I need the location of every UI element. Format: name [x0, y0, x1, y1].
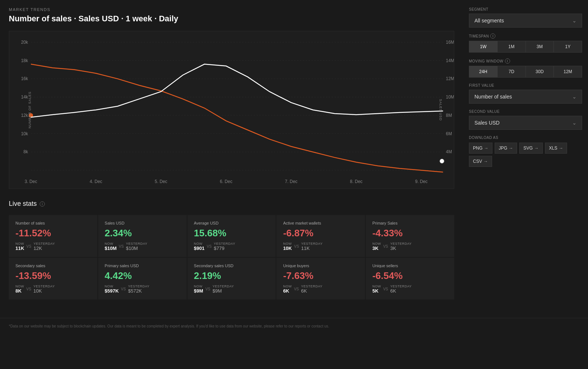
vs-text: VS: [26, 287, 31, 291]
timespan-info-icon[interactable]: i: [490, 33, 495, 39]
stat-pct: -4.33%: [372, 228, 448, 239]
first-value: Number of sales: [474, 94, 512, 100]
chevron-down-icon-first: ⌄: [572, 94, 577, 100]
stat-now-value: 11K: [15, 246, 24, 251]
download-btn-xls[interactable]: XLS→: [545, 143, 567, 154]
stat-card: Unique buyers -7.63% NOW 6K VS YESTERDAY…: [276, 258, 365, 300]
stat-card: Sales USD 2.34% NOW $10M VS YESTERDAY $1…: [98, 215, 187, 257]
footer-note: *Data on our website may be subject to b…: [0, 318, 588, 334]
live-stats-info-icon[interactable]: i: [40, 201, 45, 207]
svg-text:14M: 14M: [446, 58, 454, 63]
timespan-btn-1m[interactable]: 1M: [497, 41, 526, 53]
stat-pct: 2.19%: [194, 270, 269, 282]
stat-card: Secondary sales -13.59% NOW 8K VS YESTER…: [9, 258, 97, 300]
timespan-label: TIMESPAN i: [469, 33, 582, 39]
svg-text:16M: 16M: [446, 40, 454, 45]
stat-card: Primary Sales -4.33% NOW 3K VS YESTERDAY…: [366, 215, 454, 257]
download-label: DOWNLOAD AS: [469, 136, 582, 140]
stat-card: Average USD 15.68% NOW $901 VS YESTERDAY…: [187, 215, 276, 257]
y-axis-right-label: SALES USD: [439, 99, 442, 121]
vs-text: VS: [383, 244, 388, 248]
stat-label: Primary sales USD: [105, 264, 180, 268]
stat-label: Secondary sales: [15, 264, 91, 268]
second-value-select[interactable]: Sales USD ⌄: [469, 116, 582, 130]
stat-label: Secondary sales USD: [194, 264, 269, 268]
moving-window-btn-group: 24H7D30D12M: [469, 66, 582, 78]
timespan-btn-1y[interactable]: 1Y: [553, 41, 582, 53]
vs-text: VS: [294, 244, 299, 248]
svg-text:6. Dec: 6. Dec: [220, 179, 232, 184]
stat-now-vs: NOW $10M VS YESTERDAY $10M: [105, 242, 180, 251]
stat-yesterday-label: YESTERDAY: [126, 242, 147, 246]
stat-pct: 4.42%: [105, 270, 180, 282]
stat-card: Unique sellers -6.54% NOW 5K VS YESTERDA…: [366, 258, 454, 300]
stat-card: Secondary sales USD 2.19% NOW $9M VS YES…: [187, 258, 276, 300]
stat-pct: -6.87%: [283, 228, 358, 239]
y-axis-left-label: NUMBER OF SALES: [28, 92, 32, 129]
vs-text: VS: [119, 244, 123, 248]
download-btn-png[interactable]: PNG→: [469, 143, 492, 154]
stat-pct: -6.54%: [372, 270, 448, 282]
live-stats-title: Live stats i: [9, 200, 454, 208]
stat-now-label: NOW: [105, 284, 119, 288]
stat-label: Average USD: [194, 221, 269, 225]
stat-label: Primary Sales: [372, 221, 448, 225]
stat-now-label: NOW: [372, 284, 381, 288]
moving-window-btn-30d[interactable]: 30D: [526, 66, 554, 78]
download-btn-csv[interactable]: CSV→: [469, 156, 492, 167]
download-control: DOWNLOAD AS PNG→JPG→SVG→XLS→CSV→: [469, 136, 582, 167]
app-title: MARKET TRENDS: [9, 7, 454, 12]
download-btn-svg[interactable]: SVG→: [519, 143, 542, 154]
timespan-btn-3m[interactable]: 3M: [526, 41, 554, 53]
svg-text:12M: 12M: [446, 76, 454, 81]
timespan-btn-1w[interactable]: 1W: [469, 41, 497, 53]
stat-now-label: NOW: [194, 284, 203, 288]
svg-text:5. Dec: 5. Dec: [155, 179, 167, 184]
svg-text:8M: 8M: [446, 113, 452, 118]
second-value-label: Second value: [469, 110, 582, 114]
moving-window-btn-7d[interactable]: 7D: [497, 66, 526, 78]
stat-now-label: NOW: [15, 284, 24, 288]
stat-yesterday-value: $779: [214, 246, 235, 251]
stat-now-label: NOW: [283, 242, 292, 246]
stat-yesterday-value: 12K: [33, 246, 55, 251]
stat-yesterday-value: 3K: [390, 246, 412, 251]
stat-now-value: 10K: [283, 246, 292, 251]
stat-now-vs: NOW 6K VS YESTERDAY 6K: [283, 284, 358, 294]
stat-now-value: 6K: [283, 288, 292, 294]
stat-now-value: 5K: [372, 288, 381, 294]
moving-window-btn-12m[interactable]: 12M: [553, 66, 582, 78]
stat-yesterday-label: YESTERDAY: [33, 284, 55, 288]
first-value-select[interactable]: Number of sales ⌄: [469, 90, 582, 104]
stat-label: Unique buyers: [283, 264, 358, 268]
stat-label: Number of sales: [15, 221, 91, 225]
moving-window-info-icon[interactable]: i: [505, 58, 510, 64]
stat-card: Primary sales USD 4.42% NOW $597K VS YES…: [98, 258, 187, 300]
stat-now-label: NOW: [372, 242, 381, 246]
svg-text:10k: 10k: [21, 131, 28, 136]
stat-now-vs: NOW $597K VS YESTERDAY $572K: [105, 284, 180, 294]
segment-select[interactable]: All segments ⌄: [469, 14, 582, 28]
download-btn-jpg[interactable]: JPG→: [495, 143, 517, 154]
stat-now-label: NOW: [105, 242, 117, 246]
segment-control: Segment All segments ⌄: [469, 7, 582, 28]
stat-now-label: NOW: [283, 284, 292, 288]
svg-text:8. Dec: 8. Dec: [350, 179, 362, 184]
stat-now-label: NOW: [194, 242, 205, 246]
stat-yesterday-label: YESTERDAY: [212, 284, 234, 288]
moving-window-btn-24h[interactable]: 24H: [469, 66, 497, 78]
vs-text: VS: [205, 287, 210, 291]
stat-now-value: 8K: [15, 288, 24, 294]
stat-yesterday-value: 6K: [301, 288, 322, 294]
segment-label: Segment: [469, 7, 582, 11]
vs-text: VS: [121, 287, 126, 291]
stat-now-vs: NOW 5K VS YESTERDAY 6K: [372, 284, 448, 294]
stat-yesterday-label: YESTERDAY: [214, 242, 235, 246]
stat-now-vs: NOW $9M VS YESTERDAY $9M: [194, 284, 269, 294]
chevron-down-icon: ⌄: [572, 18, 577, 24]
download-buttons: PNG→JPG→SVG→XLS→CSV→: [469, 143, 582, 167]
stats-grid-row1: Number of sales -11.52% NOW 11K VS YESTE…: [9, 215, 454, 257]
chevron-down-icon-second: ⌄: [572, 120, 577, 126]
stat-now-vs: NOW 10K VS YESTERDAY 11K: [283, 242, 358, 251]
page-title: Number of sales · Sales USD · 1 week · D…: [9, 14, 454, 24]
